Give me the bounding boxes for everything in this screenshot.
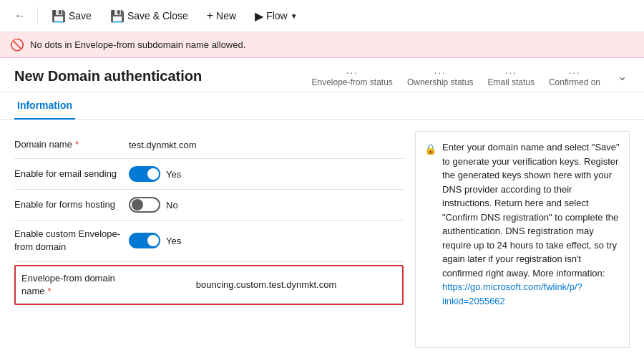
envelope-from-domain-toggle-thumb bbox=[147, 235, 159, 246]
status-envelope-from: ... Envelope-from status bbox=[311, 65, 392, 87]
email-dots: ... bbox=[505, 65, 517, 76]
error-banner: 🚫 No dots in Envelope-from subdomain nam… bbox=[0, 32, 644, 58]
status-email: ... Email status bbox=[488, 65, 535, 87]
tab-information[interactable]: Information bbox=[14, 92, 75, 120]
page-title: New Domain authentication bbox=[14, 68, 202, 84]
confirmed-label: Confirmed on bbox=[549, 77, 600, 87]
lock-icon: 🔒 bbox=[424, 142, 436, 308]
ownership-label: Ownership status bbox=[407, 77, 474, 87]
new-icon: + bbox=[207, 9, 213, 22]
email-sending-toggle-container: Yes bbox=[129, 166, 404, 182]
envelope-from-domain-toggle-text: Yes bbox=[166, 236, 181, 246]
email-sending-toggle[interactable] bbox=[129, 166, 160, 182]
save-label: Save bbox=[69, 10, 92, 21]
ownership-dots: ... bbox=[434, 65, 447, 76]
status-ownership: ... Ownership status bbox=[407, 65, 474, 87]
forms-hosting-toggle-text: No bbox=[166, 200, 178, 211]
forms-hosting-toggle-thumb bbox=[132, 199, 143, 211]
envelope-from-name-label: Envelope-from domain name* bbox=[21, 272, 136, 298]
form-row-email-sending: Enable for email sending Yes bbox=[14, 159, 404, 190]
tab-section: Information bbox=[0, 92, 644, 120]
confirmed-dots: ... bbox=[569, 65, 581, 76]
email-sending-toggle-thumb bbox=[147, 168, 159, 180]
envelope-from-label: Envelope-from status bbox=[311, 77, 392, 87]
new-label: New bbox=[216, 10, 236, 21]
envelope-from-domain-toggle-container: Yes bbox=[129, 233, 404, 248]
forms-hosting-label: Enable for forms hosting bbox=[14, 198, 129, 211]
envelope-from-domain-label: Enable custom Envelope-from domain bbox=[14, 228, 129, 253]
main-content: Domain name* test.dynmkt.com Enable for … bbox=[0, 120, 644, 358]
domain-name-label: Domain name* bbox=[14, 138, 129, 151]
forms-hosting-toggle-container: No bbox=[129, 197, 404, 213]
flow-label: Flow bbox=[266, 10, 288, 21]
required-star-1: * bbox=[75, 139, 79, 150]
new-button[interactable]: + New bbox=[199, 5, 244, 26]
envelope-from-domain-toggle[interactable] bbox=[129, 233, 160, 248]
toolbar: ← 💾 Save 💾 Save & Close + New ▶ Flow ▼ bbox=[0, 0, 644, 32]
email-sending-toggle-text: Yes bbox=[166, 169, 181, 180]
envelope-from-name-value[interactable]: bouncing.custom.test.dynmkt.com bbox=[136, 279, 396, 290]
info-text: Enter your domain name and select "Save"… bbox=[442, 140, 620, 308]
form-row-domain-name: Domain name* test.dynmkt.com bbox=[14, 131, 404, 159]
error-message: No dots in Envelope-from subdomain name … bbox=[30, 39, 245, 50]
flow-button[interactable]: ▶ Flow ▼ bbox=[247, 5, 305, 27]
error-circle-icon: 🚫 bbox=[10, 38, 24, 52]
info-panel-content: 🔒 Enter your domain name and select "Sav… bbox=[424, 140, 620, 308]
required-star-2: * bbox=[48, 286, 52, 296]
email-sending-label: Enable for email sending bbox=[14, 168, 129, 180]
save-close-label: Save & Close bbox=[127, 10, 188, 21]
email-label: Email status bbox=[488, 77, 535, 87]
save-close-button[interactable]: 💾 Save & Close bbox=[102, 5, 196, 27]
flow-chevron-icon: ▼ bbox=[291, 12, 298, 20]
status-chevron-button[interactable]: ⌄ bbox=[615, 67, 630, 86]
status-confirmed-on: ... Confirmed on bbox=[549, 65, 600, 87]
page-header: New Domain authentication ... Envelope-f… bbox=[0, 58, 644, 92]
form-row-envelope-from-name: Envelope-from domain name* bouncing.cust… bbox=[14, 265, 404, 305]
info-link[interactable]: https://go.microsoft.com/fwlink/p/?linki… bbox=[442, 281, 582, 306]
toolbar-separator-1 bbox=[37, 7, 38, 24]
back-button[interactable]: ← bbox=[9, 4, 31, 27]
form-row-forms-hosting: Enable for forms hosting No bbox=[14, 190, 404, 221]
form-row-envelope-from-domain: Enable custom Envelope-from domain Yes bbox=[14, 221, 404, 261]
envelope-from-dots: ... bbox=[346, 65, 358, 76]
status-area: ... Envelope-from status ... Ownership s… bbox=[311, 65, 630, 87]
form-section: Domain name* test.dynmkt.com Enable for … bbox=[14, 131, 404, 348]
info-panel: 🔒 Enter your domain name and select "Sav… bbox=[415, 131, 630, 348]
flow-icon: ▶ bbox=[255, 9, 263, 23]
save-button[interactable]: 💾 Save bbox=[44, 5, 99, 27]
save-icon: 💾 bbox=[52, 9, 66, 23]
domain-name-value[interactable]: test.dynmkt.com bbox=[129, 140, 404, 150]
forms-hosting-toggle[interactable] bbox=[129, 197, 160, 213]
save-close-icon: 💾 bbox=[110, 9, 125, 23]
